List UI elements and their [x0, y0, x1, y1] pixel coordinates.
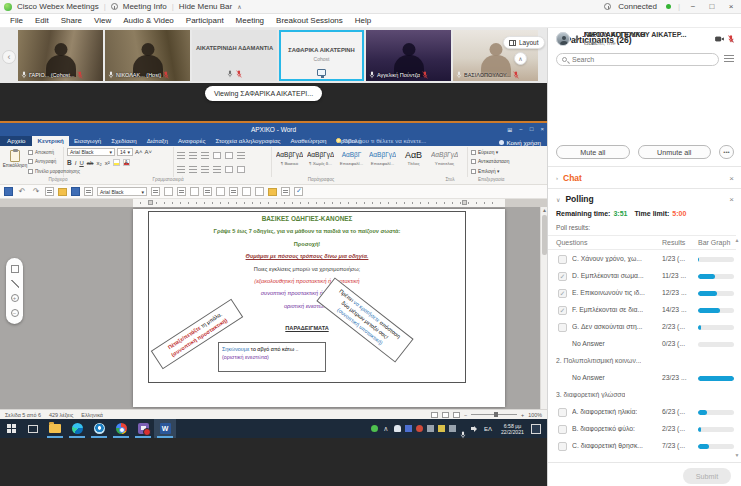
ruler[interactable]	[0, 199, 547, 207]
task-view-button[interactable]	[22, 419, 44, 438]
superscript-button[interactable]: x²	[105, 160, 110, 166]
scrollbar-thumb[interactable]	[542, 215, 547, 255]
poll-checkbox[interactable]	[558, 255, 567, 264]
open-file-icon[interactable]	[58, 188, 67, 196]
search-box[interactable]	[556, 53, 719, 66]
picture-icon[interactable]	[242, 187, 251, 196]
ribbon-tab[interactable]: Αναθεώρηση	[286, 136, 332, 146]
indent-marker[interactable]	[462, 200, 467, 205]
hide-menu-bar-button[interactable]: Hide Menu Bar	[179, 2, 232, 11]
more-options-button[interactable]: •••	[719, 145, 734, 159]
participant-row[interactable]: ΝΙΚΟΛΑΚΟΠΟΥΛΟΥ ΑΙΚΑΤΕΡ... Host	[548, 28, 741, 50]
minimize-button[interactable]: −	[687, 2, 699, 11]
save-icon[interactable]	[4, 187, 13, 196]
poll-checkbox[interactable]	[558, 289, 567, 298]
tell-me-box[interactable]: Πείτε μου τι θέλετε να κάνετε...	[331, 136, 431, 146]
align-right-button[interactable]	[201, 166, 209, 173]
action-center-icon[interactable]	[531, 424, 541, 434]
poll-row[interactable]: C. Χάνουν χρόνο, χω... 1/23 (...	[548, 251, 736, 268]
poll-checkbox[interactable]	[558, 323, 567, 332]
close-chat-icon[interactable]: ×	[729, 174, 734, 183]
font-color-button[interactable]: A	[123, 159, 130, 166]
webex-teams-button[interactable]	[132, 419, 154, 438]
video-thumbnail[interactable]: ΝΙΚΟΛΑΚ... (Host)	[105, 30, 190, 81]
layout-button[interactable]: Layout	[503, 36, 545, 49]
menu-item[interactable]: Audio & Video	[117, 16, 180, 25]
copy-icon[interactable]	[203, 187, 212, 196]
tray-app-icon[interactable]	[427, 425, 434, 432]
tray-mic-icon[interactable]	[460, 425, 467, 432]
style-card[interactable]: ΑαΒβΓγΔ Επικεφαλί...	[368, 148, 397, 172]
read-mode-icon[interactable]	[431, 412, 438, 418]
justify-button[interactable]	[213, 166, 221, 173]
word-close-button[interactable]: ×	[540, 126, 544, 132]
table-icon[interactable]	[190, 187, 199, 196]
borders-button[interactable]	[237, 166, 245, 173]
ribbon-tab[interactable]: Αναφορές	[173, 136, 210, 146]
web-layout-icon[interactable]	[453, 412, 460, 418]
menu-item[interactable]: Share	[55, 16, 88, 25]
strikethrough-button[interactable]: ab	[87, 160, 94, 166]
video-thumbnail[interactable]: ΑΙΚΑΤΕΡΙΝΙΔΗ ΑΔΑΜΑΝΤΙΑ	[192, 30, 277, 81]
italic-button[interactable]: I	[75, 160, 77, 166]
file-explorer-button[interactable]	[44, 419, 66, 438]
poll-checkbox[interactable]	[558, 408, 567, 417]
search-input[interactable]	[570, 55, 713, 64]
language-indicator[interactable]: Ελληνικά	[81, 412, 103, 418]
close-polling-icon[interactable]: ×	[729, 195, 734, 204]
taskbar-clock[interactable]: 6:58 μμ 22/2/2021	[498, 423, 527, 435]
menu-item[interactable]: Participant	[180, 16, 230, 25]
document-page[interactable]: ΒΑΣΙΚΕΣ ΟΔΗΓΙΕΣ-ΚΑΝΟΝΕΣΓράψε 5 έως 7 οδη…	[133, 209, 505, 407]
grow-font-button[interactable]: Α˄	[135, 149, 143, 155]
word-share-button[interactable]: Κοινή χρήση	[499, 139, 547, 146]
submit-button[interactable]: Submit	[683, 468, 731, 484]
edge-button[interactable]	[66, 419, 88, 438]
subscript-button[interactable]: x₂	[96, 160, 101, 166]
ribbon-tab[interactable]: Εισαγωγή	[69, 136, 106, 146]
collapse-filmstrip-button[interactable]: ∧	[514, 52, 527, 65]
poll-row[interactable]: D. Εμπλέκονται σωμα... 11/23 ...	[548, 268, 736, 285]
print-preview-icon[interactable]	[45, 187, 54, 196]
editing-command[interactable]: Εύρεση ▾	[471, 150, 535, 155]
word-restore-button[interactable]: □	[530, 126, 534, 132]
style-card[interactable]: ΑαΒβΓγΔ Υπότιτλος	[430, 148, 459, 172]
close-button[interactable]: ×	[725, 2, 737, 11]
poll-checkbox[interactable]	[558, 442, 567, 451]
bullets-button[interactable]	[177, 152, 185, 159]
zoom-out-icon[interactable]: −	[11, 309, 19, 317]
style-card[interactable]: ΑαΒβΓγΔ ¶ Βασικό	[275, 148, 304, 172]
tray-app-icon[interactable]	[405, 425, 412, 432]
poll-row[interactable]: 2. Πολυπολιτισμική κοινων...	[548, 353, 736, 370]
editing-command[interactable]: Επιλογή ▾	[471, 169, 535, 174]
spelling-icon[interactable]	[294, 187, 303, 196]
ribbon-tab[interactable]: Διάταξη	[142, 136, 173, 146]
poll-row[interactable]: A. διαφορετική ηλικία: 6/23 (...	[548, 404, 736, 421]
chevron-up-icon[interactable]: ∧	[237, 3, 241, 10]
video-thumbnail[interactable]: Αγγελική Πούντζα	[366, 30, 451, 81]
show-hidden-icons-button[interactable]: ∧	[382, 425, 390, 432]
polling-header[interactable]: ∨ Polling ×	[548, 190, 741, 208]
folder-icon[interactable]	[268, 188, 277, 196]
language-switcher[interactable]: ΕΛ	[482, 426, 494, 432]
align-left-button[interactable]	[177, 166, 185, 173]
sort-button[interactable]	[237, 152, 245, 159]
menu-item[interactable]: View	[88, 16, 117, 25]
underline-button[interactable]: U	[79, 160, 83, 166]
align-center-button[interactable]	[189, 166, 197, 173]
tray-app-icon[interactable]	[438, 425, 445, 432]
qat-font-select[interactable]: Arial Black▾	[97, 187, 147, 196]
numbering-button[interactable]	[189, 152, 197, 159]
poll-row[interactable]: G. Δεν ασκούνται στη... 2/23 (...	[548, 319, 736, 336]
highlight-color-button[interactable]	[113, 159, 120, 166]
poll-row[interactable]: No Answer 0/23 (...	[548, 336, 736, 353]
menu-item[interactable]: Meeting	[230, 16, 270, 25]
style-card[interactable]: ΑαΒ Τίτλος	[399, 148, 428, 172]
style-card[interactable]: ΑαΒβΓγΔ ¶ Χωρίς δ...	[306, 148, 335, 172]
decrease-indent-button[interactable]	[213, 152, 221, 159]
tray-app-icon[interactable]	[416, 425, 423, 432]
poll-row[interactable]: B. διαφορετικό φύλο: 2/23 (...	[548, 421, 736, 438]
editing-command[interactable]: Αντικατάσταση	[471, 159, 535, 164]
paste-button[interactable]: Επικόλληση	[5, 148, 25, 176]
sort-participants-icon[interactable]	[724, 55, 734, 63]
maximize-button[interactable]: □	[706, 2, 718, 11]
